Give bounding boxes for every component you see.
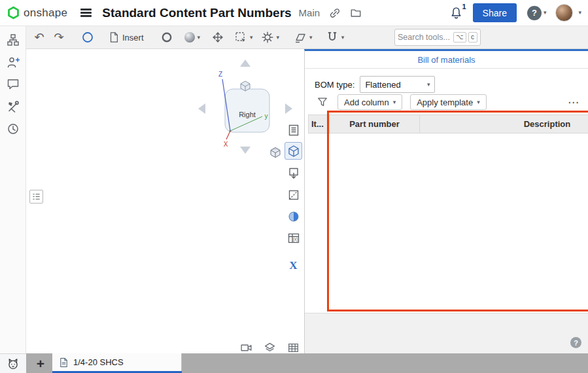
bom-panel-footer: ? — [305, 313, 588, 355]
copy-link-icon[interactable] — [329, 7, 341, 19]
assistant-button[interactable] — [3, 354, 23, 373]
tools-button[interactable] — [3, 97, 23, 116]
gear-icon — [261, 31, 274, 44]
selection-tool-button[interactable]: ▾ — [232, 28, 255, 46]
undo-icon: ↶ — [34, 31, 44, 43]
feature-list-toggle[interactable] — [29, 190, 43, 204]
ring-tool-button[interactable] — [158, 28, 176, 46]
magnet-icon — [326, 31, 339, 44]
document-structure-button[interactable] — [3, 30, 23, 50]
view-cube-mini-icon[interactable] — [241, 81, 250, 91]
view-mode-button[interactable] — [263, 341, 276, 354]
mate-tool-button[interactable]: ▾ — [324, 28, 347, 46]
undo-button[interactable]: ↶ — [30, 28, 48, 46]
left-sidebar — [0, 26, 26, 353]
svg-text:(x): (x) — [292, 237, 298, 242]
share-users-button[interactable] — [3, 52, 23, 72]
panel-section-button[interactable] — [285, 186, 302, 204]
tab-document-icon — [59, 357, 69, 368]
user-menu-chevron-icon[interactable]: ▾ — [578, 10, 581, 16]
user-avatar[interactable] — [555, 4, 573, 22]
help-menu-button[interactable]: ? ▾ — [527, 6, 547, 20]
document-menu-icon[interactable] — [78, 5, 94, 22]
rotate-down-arrow[interactable] — [240, 147, 251, 154]
custom-table-icon: (x) — [287, 232, 300, 245]
spreadsheet-x-icon: X — [289, 259, 297, 272]
grid-settings-button[interactable] — [286, 341, 300, 354]
rotate-left-arrow[interactable] — [198, 103, 205, 114]
dropdown-caret-icon: ▾ — [477, 99, 480, 105]
panel-variables-button[interactable]: (x) — [285, 229, 302, 247]
gear-tool-button[interactable]: ▾ — [259, 28, 282, 46]
clock-icon — [7, 122, 20, 135]
sphere-tool-button[interactable]: ▾ — [182, 28, 203, 46]
plane-tool-button[interactable]: ▾ — [292, 28, 315, 46]
bom-type-value: Flattened — [365, 80, 400, 90]
onshape-logo[interactable]: onshape — [7, 6, 67, 20]
bom-help-button[interactable]: ? — [570, 337, 581, 348]
shortcut-key-c: c — [468, 32, 477, 43]
select-chevron-icon: ▾ — [427, 82, 430, 88]
insert-button[interactable]: Insert — [106, 28, 146, 46]
onshape-window: onshape Standard Content Part Numbers Ma… — [0, 0, 588, 373]
selection-box-icon — [234, 31, 247, 44]
filter-funnel-icon — [317, 96, 328, 108]
share-button[interactable]: Share — [473, 3, 517, 22]
bom-type-row: BOM type: Flattened ▾ — [315, 76, 435, 93]
redo-button[interactable]: ↷ — [50, 28, 68, 46]
folder-icon[interactable] — [350, 7, 362, 19]
panel-spreadsheet-button[interactable]: X — [285, 257, 302, 274]
layers-icon — [264, 342, 276, 354]
comments-button[interactable] — [3, 75, 23, 94]
tool-search-input[interactable] — [398, 33, 451, 42]
graphics-area[interactable]: Right Z X y — [26, 49, 304, 353]
z-axis-label: Z — [218, 71, 222, 78]
cube-panel-icon — [287, 145, 300, 158]
camera-icon — [240, 342, 252, 354]
panel-list-button[interactable] — [285, 121, 302, 139]
add-column-button[interactable]: Add column ▾ — [337, 94, 402, 110]
add-tab-button[interactable]: + — [31, 354, 50, 372]
transform-tool-button[interactable] — [209, 28, 227, 46]
bom-more-button[interactable]: ⋯ — [568, 96, 579, 109]
onshape-logo-icon — [7, 6, 20, 20]
notifications-button[interactable]: 1 — [450, 7, 462, 19]
tab-part-studio[interactable]: 1/4-20 SHCS — [52, 353, 182, 373]
panel-export-button[interactable] — [285, 164, 302, 182]
view-orientation-gizmo[interactable]: Right Z X y — [196, 58, 294, 156]
logo-text: onshape — [24, 7, 67, 20]
main-toolbar: ↶ ↷ Insert ▾ ▾ — [26, 26, 588, 49]
isometric-view-button[interactable] — [269, 147, 281, 158]
bom-type-label: BOM type: — [315, 80, 355, 90]
bom-header-row: It... Part number Description — [309, 115, 588, 133]
appearance-icon — [287, 210, 300, 223]
rotate-up-arrow[interactable] — [240, 60, 251, 67]
shortcut-key-option: ⌥ — [453, 32, 466, 43]
panel-appearance-button[interactable] — [285, 207, 302, 225]
apply-template-button[interactable]: Apply template ▾ — [410, 94, 487, 110]
view-face-label: Right — [239, 111, 256, 118]
tool-search-box[interactable]: ⌥ c — [394, 29, 481, 46]
ring-icon — [160, 31, 173, 44]
help-icon: ? — [527, 6, 542, 20]
bom-panel-header[interactable]: Bill of materials — [305, 51, 588, 69]
dropdown-caret-icon: ▾ — [198, 35, 201, 41]
grid-icon — [287, 342, 300, 354]
rotate-right-arrow[interactable] — [285, 103, 292, 114]
history-button[interactable] — [3, 119, 23, 139]
app-header: onshape Standard Content Part Numbers Ma… — [0, 0, 588, 26]
camera-view-button[interactable] — [239, 341, 252, 354]
workspace-name[interactable]: Main — [299, 7, 320, 18]
panel-cube-button[interactable] — [285, 142, 302, 160]
transform-icon — [211, 31, 224, 44]
bom-filter-button[interactable] — [315, 95, 330, 109]
structure-icon — [7, 33, 20, 46]
document-title: Standard Content Part Numbers — [102, 6, 291, 20]
description-column-header[interactable]: Description — [420, 115, 588, 133]
rotate-tool-button[interactable] — [78, 28, 97, 46]
bell-icon — [450, 7, 462, 19]
part-number-column-header[interactable]: Part number — [330, 115, 420, 133]
add-column-label: Add column — [344, 98, 389, 107]
item-column-header[interactable]: It... — [309, 115, 330, 133]
bom-type-select[interactable]: Flattened ▾ — [360, 76, 435, 93]
